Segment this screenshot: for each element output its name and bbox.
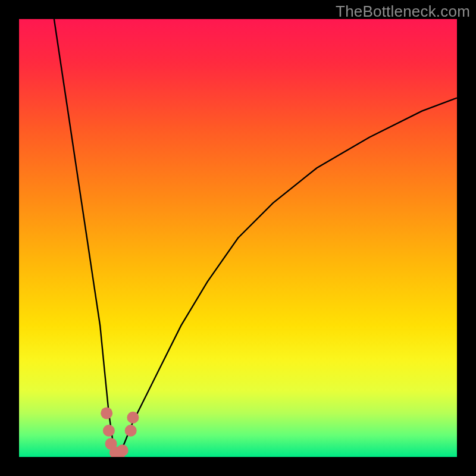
data-marker bbox=[117, 444, 129, 456]
chart-frame: TheBottleneck.com bbox=[0, 0, 476, 476]
plot-area bbox=[19, 19, 457, 457]
data-marker bbox=[103, 425, 115, 437]
watermark-text: TheBottleneck.com bbox=[336, 2, 470, 21]
data-marker bbox=[101, 407, 112, 419]
chart-svg bbox=[19, 19, 457, 457]
data-marker bbox=[125, 425, 137, 437]
data-marker bbox=[127, 412, 139, 424]
